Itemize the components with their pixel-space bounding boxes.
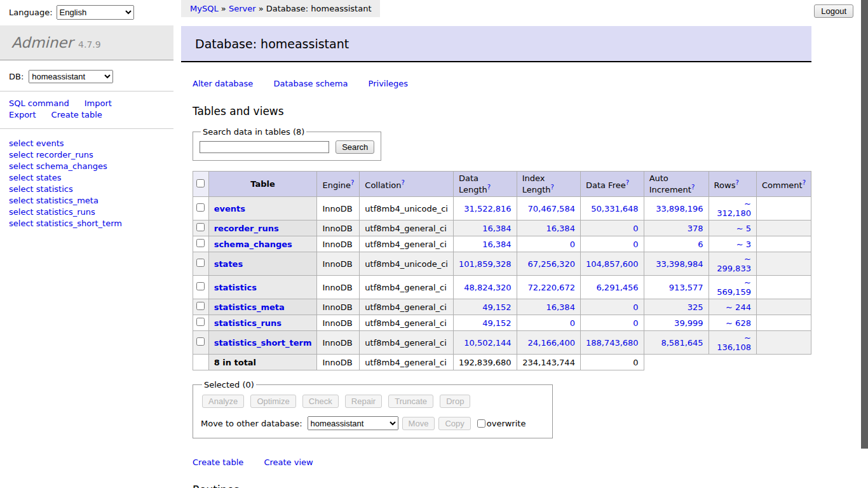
table-link-schema-changes[interactable]: schema_changes [214,240,292,249]
sidebar-item-select-recorder-runs[interactable]: select recorder_runs [9,149,173,161]
row-checkbox[interactable] [196,302,205,310]
table-link-recorder-runs[interactable]: recorder_runs [214,224,279,233]
cell-data-length-link[interactable]: 101,859,328 [459,259,512,269]
comment-help-link[interactable]: ? [803,179,806,186]
create-view-link[interactable]: Create view [264,458,313,467]
cell-index-length-link[interactable]: 24,166,400 [527,338,574,348]
cell-rows-link[interactable]: ~ 569,159 [717,278,751,297]
select-all-checkbox[interactable] [196,179,205,187]
alter-database-link[interactable]: Alter database [193,79,253,88]
search-input[interactable] [200,141,329,153]
cell-index-length-link[interactable]: 70,467,584 [527,204,574,214]
sidebar-link-create-table[interactable]: Create table [51,110,102,119]
table-link-statistics-short-term[interactable]: statistics_short_term [214,338,312,348]
cell-auto-increment-link[interactable]: 6 [698,240,703,249]
sidebar-item-select-statistics-runs[interactable]: select statistics_runs [9,207,173,218]
breadcrumb-server-link[interactable]: Server [229,4,256,13]
row-checkbox[interactable] [196,223,205,231]
cell-index-length-link[interactable]: 0 [570,240,575,249]
sidebar-link-export[interactable]: Export [9,110,36,119]
row-checkbox[interactable] [196,239,205,247]
cell-auto-increment-link[interactable]: 39,999 [674,318,703,328]
row-checkbox[interactable] [196,282,205,290]
collation-help-link[interactable]: ? [401,179,404,186]
sidebar-item-select-states[interactable]: select states [9,172,173,184]
engine-help-link[interactable]: ? [351,179,354,186]
sidebar-link-import[interactable]: Import [85,98,112,108]
cell-data-length-link[interactable]: 49,152 [482,302,512,312]
cell-data-length-link[interactable]: 16,384 [482,224,512,233]
cell-data-length-link[interactable]: 48,824,320 [464,283,511,292]
cell-rows-link[interactable]: ~ 5 [736,224,751,233]
cell-index-length-link[interactable]: 16,384 [546,302,575,312]
truncate-button[interactable]: Truncate [388,395,433,408]
data-free-help-link[interactable]: ? [626,179,629,186]
cell-data-free-link[interactable]: 6,291,456 [596,283,638,292]
cell-rows-link[interactable]: ~ 136,108 [717,333,751,352]
cell-auto-increment-link[interactable]: 378 [688,224,703,233]
cell-data-free-link[interactable]: 0 [633,224,638,233]
index-length-help-link[interactable]: ? [550,184,553,191]
logout-button[interactable]: Logout [814,4,853,18]
page-scrollbar[interactable] [861,0,868,488]
repair-button[interactable]: Repair [345,395,382,408]
move-database-select[interactable]: homeassistant [308,416,398,430]
sidebar-item-select-statistics[interactable]: select statistics [9,184,173,195]
sidebar-item-select-schema-changes[interactable]: select schema_changes [9,161,173,172]
sidebar-item-select-statistics-short-term[interactable]: select statistics_short_term [9,218,173,229]
row-checkbox[interactable] [196,203,205,212]
table-link-statistics-meta[interactable]: statistics_meta [214,302,285,312]
cell-index-length-link[interactable]: 72,220,672 [527,283,574,292]
rows-help-link[interactable]: ? [735,179,738,186]
table-link-statistics-runs[interactable]: statistics_runs [214,318,281,328]
cell-index-length-link[interactable]: 67,256,320 [527,259,574,269]
cell-data-free-link[interactable]: 104,857,600 [586,259,639,269]
create-table-link[interactable]: Create table [193,458,243,467]
row-checkbox[interactable] [196,337,205,346]
database-schema-link[interactable]: Database schema [274,79,348,88]
check-button[interactable]: Check [302,395,339,408]
table-link-states[interactable]: states [214,259,243,269]
cell-auto-increment-link[interactable]: 33,898,196 [656,204,703,214]
analyze-button[interactable]: Analyze [202,395,244,408]
breadcrumb-mysql-link[interactable]: MySQL [190,4,219,13]
cell-data-free-link[interactable]: 50,331,648 [591,204,638,214]
cell-data-free-link[interactable]: 188,743,680 [586,338,639,348]
optimize-button[interactable]: Optimize [250,395,295,408]
cell-rows-link[interactable]: ~ 312,180 [717,199,751,218]
cell-rows-link[interactable]: ~ 244 [726,302,751,312]
data-length-help-link[interactable]: ? [487,184,491,191]
overwrite-checkbox[interactable] [477,419,485,428]
privileges-link[interactable]: Privileges [369,79,409,88]
cell-data-length-link[interactable]: 31,522,816 [464,204,511,214]
cell-data-length-link[interactable]: 10,502,144 [464,338,511,348]
cell-data-length-link[interactable]: 16,384 [482,240,512,249]
cell-rows-link[interactable]: ~ 628 [726,318,751,328]
cell-auto-increment-link[interactable]: 33,398,984 [656,259,703,269]
table-link-events[interactable]: events [214,204,245,214]
cell-auto-increment-link[interactable]: 325 [688,302,703,312]
cell-data-free-link[interactable]: 0 [633,240,638,249]
auto-increment-help-link[interactable]: ? [691,184,695,191]
cell-data-free-link[interactable]: 0 [633,318,638,328]
cell-rows-link[interactable]: ~ 299,833 [717,254,751,273]
cell-data-length-link[interactable]: 49,152 [482,318,512,328]
sidebar-item-select-events[interactable]: select events [9,138,173,149]
sidebar-item-select-statistics-meta[interactable]: select statistics_meta [9,195,173,207]
language-select[interactable]: English [57,5,134,20]
cell-index-length-link[interactable]: 0 [570,318,575,328]
cell-data-free-link[interactable]: 0 [633,302,638,312]
drop-button[interactable]: Drop [440,395,470,408]
move-button[interactable]: Move [402,417,435,430]
table-link-statistics[interactable]: statistics [214,283,257,292]
row-checkbox[interactable] [196,318,205,326]
row-checkbox[interactable] [196,259,205,267]
cell-auto-increment-link[interactable]: 8,581,645 [661,338,703,348]
db-select[interactable]: homeassistant [29,70,113,83]
cell-index-length-link[interactable]: 16,384 [546,224,575,233]
sidebar-link-sql-command[interactable]: SQL command [9,98,69,108]
cell-auto-increment-link[interactable]: 913,577 [669,283,703,292]
search-button[interactable]: Search [336,140,374,154]
scrollbar-thumb[interactable] [861,0,868,449]
copy-button[interactable]: Copy [438,417,470,430]
